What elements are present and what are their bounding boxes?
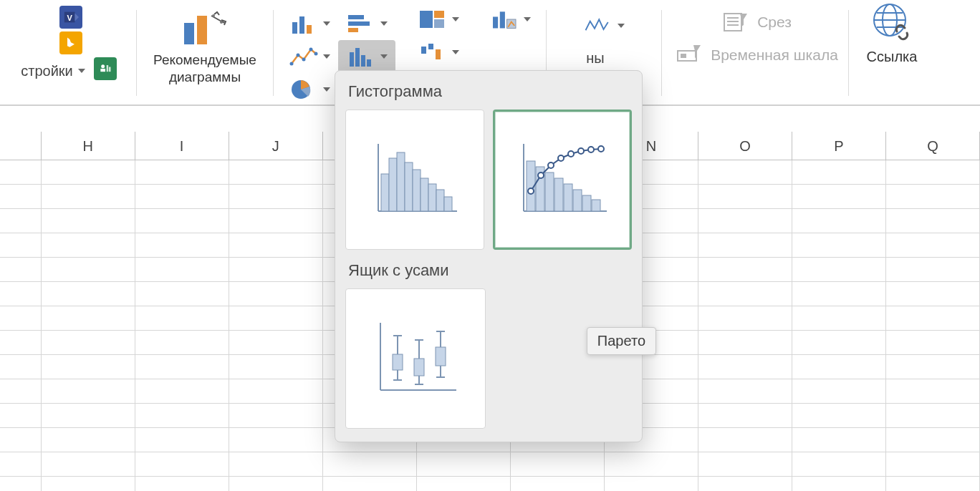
svg-rect-5 xyxy=(106,65,108,72)
svg-rect-36 xyxy=(499,11,504,28)
col-header[interactable]: I xyxy=(135,132,229,160)
svg-point-74 xyxy=(568,151,574,157)
histogram-chart-option[interactable] xyxy=(345,110,484,250)
svg-point-77 xyxy=(598,146,604,152)
chevron-down-icon xyxy=(323,54,330,59)
svg-rect-64 xyxy=(545,172,554,211)
sparkline-line-button[interactable] xyxy=(584,6,625,46)
svg-rect-42 xyxy=(678,51,696,61)
chevron-down-icon[interactable] xyxy=(78,69,85,73)
timeline-label: Временная шкала xyxy=(711,47,838,64)
svg-point-3 xyxy=(101,64,105,68)
col-header[interactable]: J xyxy=(229,132,323,160)
timeline-button[interactable]: Временная шкала xyxy=(672,39,838,72)
chevron-down-icon xyxy=(323,21,330,26)
svg-rect-59 xyxy=(444,197,452,211)
svg-rect-51 xyxy=(381,174,389,211)
chevron-down-icon xyxy=(323,87,330,92)
chevron-down-icon xyxy=(380,54,388,59)
svg-rect-58 xyxy=(436,190,444,211)
svg-rect-53 xyxy=(397,152,405,211)
svg-rect-91 xyxy=(436,347,446,366)
combo-chart-button[interactable] xyxy=(490,3,531,36)
svg-rect-12 xyxy=(299,16,304,34)
svg-rect-24 xyxy=(361,55,365,67)
svg-rect-34 xyxy=(436,49,441,59)
svg-text:V: V xyxy=(67,14,73,22)
chevron-down-icon xyxy=(618,24,625,28)
svg-rect-87 xyxy=(414,359,424,376)
line-chart-button[interactable] xyxy=(281,40,338,73)
svg-rect-83 xyxy=(393,354,403,370)
svg-rect-6 xyxy=(109,67,111,72)
chevron-down-icon xyxy=(524,17,531,21)
statistic-chart-button[interactable] xyxy=(338,40,395,73)
addins-group: V стройки xyxy=(0,0,136,104)
svg-rect-11 xyxy=(292,22,297,34)
svg-point-72 xyxy=(548,162,554,168)
bar-chart-button[interactable] xyxy=(338,7,395,40)
col-header[interactable]: O xyxy=(698,132,792,160)
svg-rect-23 xyxy=(355,48,360,67)
svg-rect-66 xyxy=(564,184,572,211)
svg-rect-32 xyxy=(421,47,426,54)
svg-rect-65 xyxy=(554,178,563,211)
svg-point-70 xyxy=(528,188,534,194)
pareto-chart-option[interactable] xyxy=(493,110,632,250)
boxwhisker-section-title: Ящик с усами xyxy=(335,250,642,288)
svg-point-76 xyxy=(588,147,594,152)
chart-gallery-popup: Гистограмма xyxy=(335,70,643,442)
filters-group: Срез Временная шкала xyxy=(662,0,848,104)
histogram-section-title: Гистограмма xyxy=(335,71,642,110)
box-whisker-chart-option[interactable] xyxy=(345,288,486,429)
recommended-charts-label-2: диаграммы xyxy=(153,69,256,86)
col-header[interactable]: P xyxy=(792,132,886,160)
svg-rect-25 xyxy=(367,59,371,67)
pie-chart-button[interactable] xyxy=(281,73,338,106)
svg-rect-68 xyxy=(582,195,591,211)
chevron-down-icon xyxy=(452,17,459,21)
svg-rect-55 xyxy=(413,170,421,211)
bing-addin-icon[interactable] xyxy=(59,31,82,54)
col-header[interactable]: H xyxy=(42,132,135,160)
treemap-chart-button[interactable] xyxy=(418,3,459,36)
svg-rect-8 xyxy=(197,16,207,44)
svg-point-73 xyxy=(558,155,564,161)
svg-rect-4 xyxy=(100,69,105,72)
column-chart-button[interactable] xyxy=(281,7,338,40)
recommended-charts-button[interactable]: Рекомендуемые диаграммы xyxy=(137,0,273,104)
svg-point-19 xyxy=(302,58,305,62)
people-graph-addin-icon[interactable] xyxy=(94,57,117,80)
link-button[interactable]: Ссылка xyxy=(849,0,935,104)
chart-option-tooltip: Парето xyxy=(587,327,656,355)
svg-rect-31 xyxy=(434,19,444,28)
svg-point-75 xyxy=(578,148,584,154)
col-header[interactable]: Q xyxy=(886,132,980,160)
chevron-down-icon xyxy=(380,21,388,26)
svg-point-9 xyxy=(212,14,215,17)
svg-rect-22 xyxy=(350,52,354,67)
svg-rect-57 xyxy=(428,184,436,211)
svg-rect-56 xyxy=(421,178,428,211)
svg-point-21 xyxy=(314,52,317,56)
svg-point-71 xyxy=(538,172,544,178)
svg-rect-67 xyxy=(573,190,582,211)
slicer-label: Срез xyxy=(757,14,792,31)
svg-rect-54 xyxy=(405,162,413,211)
svg-rect-33 xyxy=(428,44,433,49)
waterfall-chart-button[interactable] xyxy=(418,36,459,69)
svg-rect-16 xyxy=(348,28,358,32)
svg-point-20 xyxy=(309,48,312,52)
visio-addin-icon[interactable]: V xyxy=(59,6,82,29)
sparklines-label-fragment: ны xyxy=(586,50,621,67)
svg-rect-35 xyxy=(493,16,498,28)
svg-rect-7 xyxy=(184,23,194,44)
slicer-button[interactable]: Срез xyxy=(719,6,792,39)
svg-point-10 xyxy=(220,21,223,24)
svg-rect-13 xyxy=(307,25,312,34)
svg-rect-29 xyxy=(420,11,433,28)
svg-rect-15 xyxy=(348,21,370,26)
addins-label: стройки xyxy=(21,63,73,79)
col-corner[interactable] xyxy=(0,132,42,160)
svg-rect-30 xyxy=(434,11,444,18)
